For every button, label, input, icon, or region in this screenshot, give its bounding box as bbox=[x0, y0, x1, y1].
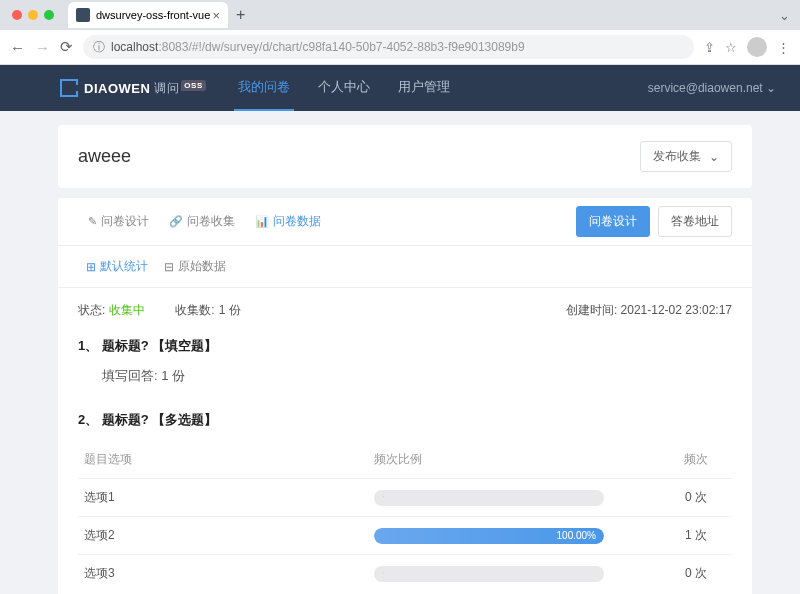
reload-button[interactable]: ⟳ bbox=[60, 38, 73, 56]
option-name: 选项2 bbox=[84, 527, 374, 544]
chevron-down-icon: ⌄ bbox=[709, 150, 719, 164]
new-tab-button[interactable]: + bbox=[236, 6, 245, 24]
subtab-default-stat[interactable]: ⊞默认统计 bbox=[78, 246, 156, 287]
q2-table-head: 题目选项 频次比例 频次 bbox=[78, 441, 732, 478]
option-ratio: 100.00% bbox=[374, 528, 666, 544]
th-freq: 频次 bbox=[666, 451, 726, 468]
option-freq: 0 次 bbox=[666, 489, 726, 506]
window-controls bbox=[6, 10, 60, 20]
pencil-icon: ✎ bbox=[88, 215, 97, 228]
answer-url-button[interactable]: 答卷地址 bbox=[658, 206, 732, 237]
link-icon: 🔗 bbox=[169, 215, 183, 228]
option-name: 选项1 bbox=[84, 489, 374, 506]
brand-logo[interactable]: DIAOWEN 调问 OSS bbox=[60, 79, 206, 97]
url-host: localhost bbox=[111, 40, 158, 54]
table-row: 选项3·0 次 bbox=[78, 554, 732, 592]
progress-zero: · bbox=[382, 491, 385, 502]
nav-my-surveys[interactable]: 我的问卷 bbox=[234, 65, 294, 111]
publish-button[interactable]: 发布收集 ⌄ bbox=[640, 141, 732, 172]
tab-title: dwsurvey-oss-front-vue bbox=[96, 9, 210, 21]
question-1: 1、 题标题? 【填空题】 填写回答: 1 份 bbox=[78, 327, 732, 385]
table-row: 选项2100.00%1 次 bbox=[78, 516, 732, 554]
browser-tab[interactable]: dwsurvey-oss-front-vue × bbox=[68, 2, 228, 28]
count-label: 收集数: bbox=[175, 302, 214, 319]
app-header: DIAOWEN 调问 OSS 我的问卷 个人中心 用户管理 service@di… bbox=[0, 65, 800, 111]
browser-tabbar: dwsurvey-oss-front-vue × + ⌄ bbox=[0, 0, 800, 30]
brand-cn: 调问 bbox=[154, 80, 179, 97]
page-content: aweee 发布收集 ⌄ ✎问卷设计 🔗问卷收集 📊问卷数据 问卷设计 答卷地址… bbox=[0, 111, 800, 594]
q1-answer: 填写回答: 1 份 bbox=[78, 367, 732, 385]
status-row: 状态: 收集中 收集数: 1 份 创建时间: 2021-12-02 23:02:… bbox=[78, 288, 732, 327]
data-subtabs: ⊞默认统计 ⊟原始数据 bbox=[58, 246, 752, 288]
option-name: 选项3 bbox=[84, 565, 374, 582]
logo-icon bbox=[60, 79, 78, 97]
back-button[interactable]: ← bbox=[10, 39, 25, 56]
chevron-down-icon: ⌄ bbox=[766, 81, 776, 95]
question-2: 2、 题标题? 【多选题】 题目选项 频次比例 频次 选项1·0 次选项2100… bbox=[78, 401, 732, 594]
title-card: aweee 发布收集 ⌄ bbox=[58, 125, 752, 188]
survey-title: aweee bbox=[78, 146, 131, 167]
progress-zero: · bbox=[382, 567, 385, 578]
email-text: service@diaowen.net bbox=[648, 81, 763, 95]
account-email[interactable]: service@diaowen.net ⌄ bbox=[648, 81, 776, 95]
q2-title: 2、 题标题? 【多选题】 bbox=[78, 411, 732, 429]
nav-users[interactable]: 用户管理 bbox=[394, 65, 454, 111]
top-nav: 我的问卷 个人中心 用户管理 bbox=[234, 65, 454, 111]
app-body: DIAOWEN 调问 OSS 我的问卷 个人中心 用户管理 service@di… bbox=[0, 65, 800, 594]
tab-collect[interactable]: 🔗问卷收集 bbox=[159, 199, 245, 244]
th-option: 题目选项 bbox=[84, 451, 374, 468]
close-tab-icon[interactable]: × bbox=[212, 8, 220, 23]
option-ratio: · bbox=[374, 566, 666, 582]
address-bar-row: ← → ⟳ ⓘ localhost :8083/#!/dw/survey/d/c… bbox=[0, 30, 800, 64]
minimize-window-icon[interactable] bbox=[28, 10, 38, 20]
tab-design[interactable]: ✎问卷设计 bbox=[78, 199, 159, 244]
progress-fill: 100.00% bbox=[374, 528, 604, 544]
option-freq: 0 次 bbox=[666, 565, 726, 582]
q1-title: 1、 题标题? 【填空题】 bbox=[78, 337, 732, 355]
maximize-window-icon[interactable] bbox=[44, 10, 54, 20]
browser-chrome: dwsurvey-oss-front-vue × + ⌄ ← → ⟳ ⓘ loc… bbox=[0, 0, 800, 65]
progress-bar: · bbox=[374, 490, 604, 506]
database-icon: ⊟ bbox=[164, 260, 174, 274]
site-info-icon[interactable]: ⓘ bbox=[93, 39, 105, 56]
chevron-down-icon[interactable]: ⌄ bbox=[779, 8, 790, 23]
th-ratio: 频次比例 bbox=[374, 451, 666, 468]
brand-name: DIAOWEN bbox=[84, 81, 150, 96]
state-label: 状态: bbox=[78, 302, 105, 319]
share-icon[interactable]: ⇪ bbox=[704, 40, 715, 55]
option-freq: 1 次 bbox=[666, 527, 726, 544]
bookmark-icon[interactable]: ☆ bbox=[725, 40, 737, 55]
survey-tabs: ✎问卷设计 🔗问卷收集 📊问卷数据 问卷设计 答卷地址 bbox=[58, 198, 752, 246]
publish-label: 发布收集 bbox=[653, 148, 701, 165]
option-ratio: · bbox=[374, 490, 666, 506]
nav-profile[interactable]: 个人中心 bbox=[314, 65, 374, 111]
favicon-icon bbox=[76, 8, 90, 22]
table-icon: ⊞ bbox=[86, 260, 96, 274]
profile-avatar-icon[interactable] bbox=[747, 37, 767, 57]
subtab-raw-data[interactable]: ⊟原始数据 bbox=[156, 246, 234, 287]
menu-icon[interactable]: ⋮ bbox=[777, 40, 790, 55]
tab-data[interactable]: 📊问卷数据 bbox=[245, 199, 331, 244]
created-time: 创建时间: 2021-12-02 23:02:17 bbox=[566, 302, 732, 319]
progress-bar: · bbox=[374, 566, 604, 582]
close-window-icon[interactable] bbox=[12, 10, 22, 20]
forward-button: → bbox=[35, 39, 50, 56]
state-value: 收集中 bbox=[109, 302, 145, 319]
count-value: 1 份 bbox=[219, 302, 241, 319]
chart-icon: 📊 bbox=[255, 215, 269, 228]
survey-design-button[interactable]: 问卷设计 bbox=[576, 206, 650, 237]
address-bar[interactable]: ⓘ localhost :8083/#!/dw/survey/d/chart/c… bbox=[83, 35, 694, 59]
brand-tag: OSS bbox=[181, 80, 205, 91]
url-path: :8083/#!/dw/survey/d/chart/c98fa140-50b7… bbox=[158, 40, 524, 54]
progress-bar: 100.00% bbox=[374, 528, 604, 544]
table-row: 选项1·0 次 bbox=[78, 478, 732, 516]
data-card: ✎问卷设计 🔗问卷收集 📊问卷数据 问卷设计 答卷地址 ⊞默认统计 ⊟原始数据 … bbox=[58, 198, 752, 594]
